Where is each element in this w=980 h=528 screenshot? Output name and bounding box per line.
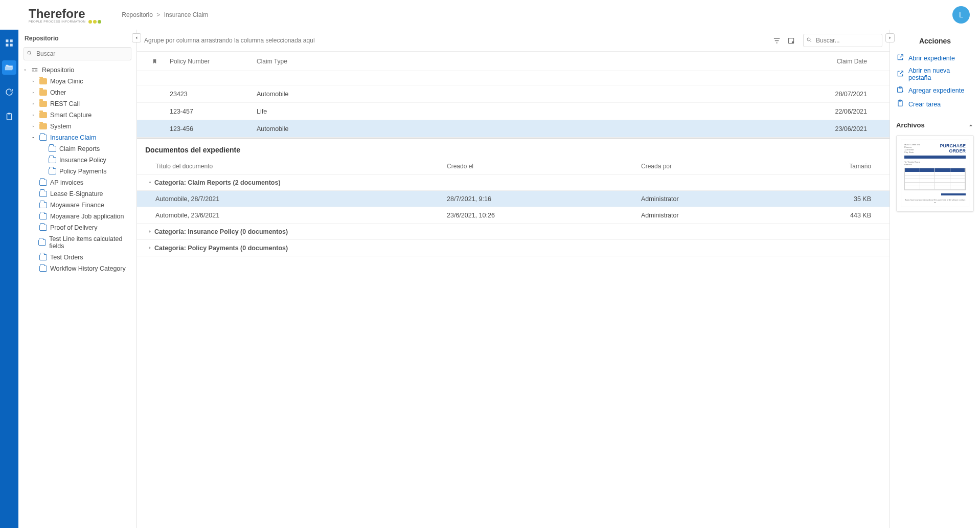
grid-row[interactable]: 123-456 Automobile 23/06/2021 (137, 120, 890, 138)
tree-item[interactable]: Insurance Policy (18, 155, 136, 166)
cell-policy: 123-456 (165, 125, 257, 133)
search-icon (806, 37, 812, 43)
tree-item[interactable]: Test Orders (18, 252, 136, 263)
user-avatar[interactable]: L (952, 6, 970, 24)
grid-search (803, 34, 882, 47)
breadcrumb-current[interactable]: Insurance Claim (164, 11, 209, 18)
collapse-tree-button[interactable] (132, 33, 141, 42)
tree-item[interactable]: REST Call (18, 98, 136, 109)
tree-item-label: Workflow History Category (50, 265, 126, 272)
col-policy-number[interactable]: Policy Number (165, 58, 257, 65)
tree-item[interactable]: Smart Capture (18, 109, 136, 121)
cell-claim-type: Automobile (257, 125, 816, 133)
filter-button[interactable] (769, 34, 784, 47)
cell-doc-created: 28/7/2021, 9:16 (447, 195, 641, 203)
file-thumbnail[interactable]: Music Coffee and Flowers123 StreetCity, … (896, 135, 974, 212)
tree-root-label: Repositorio (42, 67, 74, 74)
tree-item-label: Moyaware Job application (50, 213, 124, 220)
nav-rail (0, 0, 18, 528)
docs-group-label: Categoría: Policy Payments (0 documentos… (154, 245, 288, 252)
col-doc-size[interactable]: Tamaño (835, 163, 881, 170)
breadcrumb-root[interactable]: Repositorio (122, 11, 153, 18)
tree-item[interactable]: AP invoices (18, 177, 136, 188)
actions-title: Acciones (896, 37, 974, 45)
tree-item-label: Insurance Claim (50, 134, 96, 141)
docs-group[interactable]: Categoría: Claim Reports (2 documentos) (137, 174, 890, 191)
svg-rect-1 (10, 39, 13, 42)
tree-item-label: Proof of Delivery (50, 224, 97, 231)
tree-item[interactable]: Proof of Delivery (18, 222, 136, 233)
grid-toolbar: Agrupe por columna arrastrando la column… (137, 30, 890, 52)
tree-item[interactable]: Moyaware Job application (18, 211, 136, 222)
tree-root[interactable]: Repositorio (18, 64, 136, 76)
tree-item[interactable]: Moya Clinic (18, 76, 136, 87)
files-title: Archivos (896, 121, 925, 129)
grid-header: Policy Number Claim Type Claim Date (137, 52, 890, 71)
tree-item-label: Test Orders (50, 254, 83, 261)
col-doc-by[interactable]: Creada por (641, 163, 835, 170)
action-open-new-tab[interactable]: Abrir en nueva pestaña (896, 65, 974, 83)
docs-group[interactable]: Categoría: Insurance Policy (0 documento… (137, 224, 890, 240)
rail-tasks[interactable] (2, 109, 16, 124)
tree-item-label: Smart Capture (50, 112, 92, 119)
tree-search-input[interactable] (24, 47, 131, 60)
tree-pane: Repositorio Repositorio Moya Clinic Othe… (18, 30, 137, 528)
grid-row[interactable]: 123-457 Life 22/06/2021 (137, 103, 890, 120)
tree-item[interactable]: Test Line items calculated fields (18, 233, 136, 252)
action-label: Abrir expediente (908, 55, 955, 62)
col-doc-title[interactable]: Título del documento (145, 163, 447, 170)
tree-item[interactable]: Lease E-Signature (18, 188, 136, 200)
cell-doc-created: 23/6/2021, 10:26 (447, 212, 641, 219)
external-icon (896, 70, 904, 79)
tree: Repositorio Moya Clinic Other REST Call … (18, 64, 136, 528)
search-icon (27, 50, 33, 56)
tree-item[interactable]: Policy Payments (18, 166, 136, 177)
chevron-left-icon (134, 35, 139, 40)
tree-item[interactable]: Other (18, 87, 136, 98)
docs-title: Documentos del expediente (137, 139, 890, 158)
layout-icon (787, 37, 795, 45)
clipboard-icon (896, 99, 904, 109)
logo-text: Therefore (29, 7, 101, 21)
rail-dashboard[interactable] (2, 36, 16, 50)
grid-icon (5, 38, 14, 48)
cell-doc-by: Administrator (641, 212, 835, 219)
col-bookmark[interactable] (144, 58, 165, 65)
docs-row[interactable]: Automobile, 28/7/2021 28/7/2021, 9:16 Ad… (137, 191, 890, 207)
action-create-task[interactable]: Crear tarea (896, 97, 974, 111)
tree-item[interactable]: Insurance Claim (18, 132, 136, 143)
col-claim-date[interactable]: Claim Date (816, 58, 882, 65)
docs-row[interactable]: Automobile, 23/6/2021 23/6/2021, 10:26 A… (137, 207, 890, 224)
thumb-doc-title: PURCHASE ORDER (926, 143, 966, 153)
tree-search (24, 47, 131, 60)
grid-row[interactable]: 23423 Automobile 28/07/2021 (137, 85, 890, 103)
cell-doc-title: Automobile, 28/7/2021 (145, 195, 447, 203)
col-doc-created[interactable]: Creado el (447, 163, 641, 170)
cell-claim-type: Life (257, 108, 816, 115)
tree-item[interactable]: Workflow History Category (18, 263, 136, 274)
action-add-case[interactable]: Agregar expediente (896, 83, 974, 97)
actions-pane: Acciones Abrir expediente Abrir en nueva… (890, 30, 980, 528)
tree-item[interactable]: Claim Reports (18, 143, 136, 155)
tree-item-label: Policy Payments (59, 168, 106, 175)
cell-policy: 23423 (165, 91, 257, 98)
breadcrumb: Repositorio > Insurance Claim (122, 11, 208, 18)
logo-tagline: PEOPLE PROCESS INFORMATION (29, 20, 85, 23)
logo: Therefore PEOPLE PROCESS INFORMATION (29, 7, 101, 24)
files-section-head[interactable]: Archivos (896, 121, 974, 129)
docs-group[interactable]: Categoría: Policy Payments (0 documentos… (137, 240, 890, 256)
tree-item[interactable]: System (18, 121, 136, 132)
action-label: Abrir en nueva pestaña (908, 67, 974, 81)
action-open-case[interactable]: Abrir expediente (896, 51, 974, 65)
tree-item[interactable]: Moyaware Finance (18, 200, 136, 211)
rail-repository[interactable] (2, 60, 16, 75)
add-case-icon (896, 85, 904, 95)
collapse-actions-button[interactable] (885, 33, 895, 42)
chevron-right-icon (887, 35, 893, 40)
columns-button[interactable] (784, 34, 798, 47)
col-claim-type[interactable]: Claim Type (257, 58, 816, 65)
tree-item-label: Other (50, 89, 66, 96)
rail-sync[interactable] (2, 85, 16, 99)
tree-item-label: Moyaware Finance (50, 202, 104, 209)
grid-search-input[interactable] (803, 34, 882, 47)
